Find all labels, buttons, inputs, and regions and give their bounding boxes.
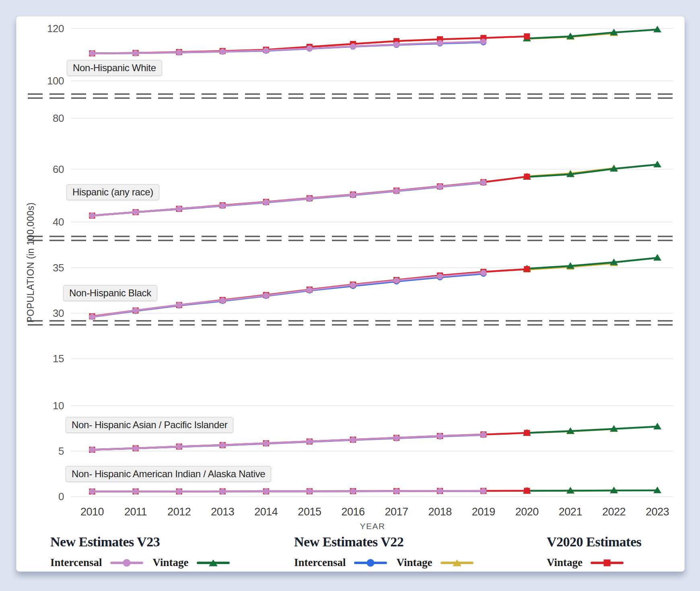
legend-column-v2020: V2020 Estimates Vintage [547, 534, 641, 569]
legend-swatch-v22-vintage-icon [441, 559, 474, 567]
x-tick-label-2022: 2022 [602, 506, 626, 518]
point-white-v23_intercensal-2015-marker-icon [307, 45, 313, 51]
point-hispanic-v23_intercensal-2010-marker-icon [89, 213, 95, 219]
x-tick-label-2016: 2016 [341, 506, 364, 518]
y-tick-label-10: 10 [53, 400, 64, 412]
legend-title-v22: New Estimates V22 [294, 534, 474, 550]
series-line-aian-v23_vintage [527, 490, 657, 491]
point-aian-v23_intercensal-2012-marker-icon [176, 488, 182, 495]
point-black-v23_intercensal-2014-marker-icon [263, 292, 269, 298]
x-tick-label-2014: 2014 [254, 506, 278, 518]
y-tick-label-30: 30 [53, 307, 64, 319]
page: { "page": { "background": "#dee4f0", "ca… [0, 0, 700, 591]
point-white-v23_intercensal-2011-marker-icon [133, 50, 139, 56]
legend-item-v23-vintage: Vintage [153, 556, 230, 569]
point-black-v23_intercensal-2013-marker-icon [220, 298, 226, 304]
point-aian-v23_intercensal-2016-marker-icon [350, 488, 356, 494]
x-axis-title: YEAR [360, 521, 385, 531]
legend-item-v23-intercensal: Intercensal [50, 556, 143, 569]
point-white-v23_intercensal-2010-marker-icon [89, 50, 95, 56]
y-tick-label-60: 60 [53, 163, 64, 175]
x-tick-label-2012: 2012 [167, 506, 191, 518]
legend-column-v22: New Estimates V22 Intercensal Vintage [294, 534, 474, 569]
point-white-v23_intercensal-2012-marker-icon [176, 49, 182, 55]
x-tick-label-2010: 2010 [80, 506, 104, 518]
x-tick-label-2023: 2023 [646, 506, 669, 518]
point-asian-v23_intercensal-2014-marker-icon [263, 440, 269, 446]
legend-column-v23: New Estimates V23 Intercensal Vintage [50, 534, 230, 569]
point-black-v23_intercensal-2018-marker-icon [437, 273, 443, 279]
point-hispanic-v23_intercensal-2017-marker-icon [393, 188, 399, 194]
series-line-asian-v23_vintage [527, 427, 657, 433]
x-tick-label-2013: 2013 [211, 506, 234, 518]
group-label-non-hispanic-white: Non-Hispanic White [67, 60, 162, 76]
y-tick-label-5: 5 [58, 445, 64, 457]
y-tick-label-35: 35 [53, 262, 64, 274]
point-aian-v23_intercensal-2014-marker-icon [263, 488, 269, 495]
legend-swatch-v23-vintage-icon [197, 559, 230, 567]
legend-item-v22-vintage: Vintage [397, 556, 474, 569]
point-black-v23_intercensal-2019-marker-icon [480, 270, 486, 276]
series-line-hispanic-v23_vintage [527, 164, 657, 177]
series-line-white-v23_vintage [527, 30, 657, 39]
point-aian-v23_intercensal-2015-marker-icon [307, 488, 313, 494]
point-hispanic-v23_intercensal-2015-marker-icon [307, 195, 313, 201]
series-line-aian-v23_intercensal [92, 491, 484, 491]
point-white-v23_intercensal-2014-marker-icon [263, 47, 269, 53]
point-asian-v23_intercensal-2016-marker-icon [350, 437, 356, 443]
point-aian-v23_intercensal-2011-marker-icon [133, 488, 139, 495]
point-aian-v23_intercensal-2010-marker-icon [89, 488, 95, 495]
chart-card: 0510153035406080100120201020112012201320… [16, 16, 685, 572]
point-asian-v23_intercensal-2017-marker-icon [393, 435, 399, 441]
group-label-non-hispanic-asian-pacific-islander: Non- Hispanic Asian / Pacific Islander [66, 417, 233, 433]
point-asian-v23_intercensal-2019-marker-icon [480, 432, 486, 438]
x-tick-label-2018: 2018 [428, 506, 452, 518]
legend-item-v22-intercensal: Intercensal [294, 556, 387, 569]
point-hispanic-v23_intercensal-2013-marker-icon [220, 203, 226, 209]
x-tick-label-2011: 2011 [124, 506, 147, 518]
point-black-v23_intercensal-2012-marker-icon [176, 302, 182, 308]
group-label-non-hispanic-black: Non-Hispanic Black [63, 285, 157, 301]
point-white-v2020_vintage-2020-marker-icon [524, 33, 530, 39]
y-tick-label-100: 100 [47, 75, 64, 87]
point-aian-v23_intercensal-2019-marker-icon [480, 488, 486, 494]
legend-item-v2020-vintage: Vintage [547, 556, 624, 569]
legend-title-v2020: V2020 Estimates [547, 534, 641, 550]
point-hispanic-v23_intercensal-2019-marker-icon [480, 179, 486, 185]
point-asian-v23_intercensal-2011-marker-icon [133, 445, 139, 451]
x-tick-label-2019: 2019 [472, 506, 495, 518]
x-tick-label-2017: 2017 [385, 506, 408, 518]
point-hispanic-v23_intercensal-2016-marker-icon [350, 192, 356, 198]
point-white-v23_intercensal-2017-marker-icon [393, 41, 399, 47]
point-aian-v23_intercensal-2013-marker-icon [220, 488, 226, 495]
x-tick-label-2020: 2020 [515, 506, 539, 518]
point-asian-v23_intercensal-2013-marker-icon [220, 442, 226, 448]
point-black-v23_intercensal-2016-marker-icon [350, 282, 356, 288]
y-tick-label-80: 80 [53, 112, 64, 124]
point-aian-v23_intercensal-2017-marker-icon [393, 488, 399, 494]
x-tick-label-2021: 2021 [559, 506, 582, 518]
point-black-v2020_vintage-2020-marker-icon [524, 266, 530, 272]
series-line-black-v23_vintage [527, 258, 657, 269]
y-tick-label-15: 15 [53, 353, 64, 365]
point-white-v23_intercensal-2018-marker-icon [437, 40, 443, 46]
point-hispanic-v23_intercensal-2011-marker-icon [133, 209, 139, 215]
point-asian-v23_intercensal-2018-marker-icon [437, 433, 443, 439]
legend: New Estimates V23 Intercensal Vintage Ne… [16, 534, 684, 571]
point-asian-v23_intercensal-2015-marker-icon [307, 439, 313, 445]
legend-title-v23: New Estimates V23 [50, 534, 230, 550]
point-white-v23_intercensal-2019-marker-icon [480, 39, 486, 45]
legend-swatch-v22-intercensal-icon [354, 559, 387, 567]
point-black-v23_intercensal-2010-marker-icon [89, 314, 95, 320]
point-aian-v2020_vintage-2020-marker-icon [524, 488, 530, 494]
point-black-v23_intercensal-2011-marker-icon [133, 308, 139, 314]
y-tick-label-120: 120 [47, 23, 64, 35]
legend-swatch-v2020-vintage-icon [591, 559, 624, 567]
point-asian-v23_intercensal-2012-marker-icon [176, 443, 182, 449]
y-axis-title: POPULATION (in 100,000s) [25, 202, 36, 322]
point-black-v23_intercensal-2017-marker-icon [393, 277, 399, 283]
series-line-asian-v23_intercensal [92, 435, 484, 449]
point-white-v23_intercensal-2016-marker-icon [350, 43, 356, 49]
point-hispanic-v23_intercensal-2018-marker-icon [437, 184, 443, 190]
point-hispanic-v23_intercensal-2014-marker-icon [263, 199, 269, 205]
